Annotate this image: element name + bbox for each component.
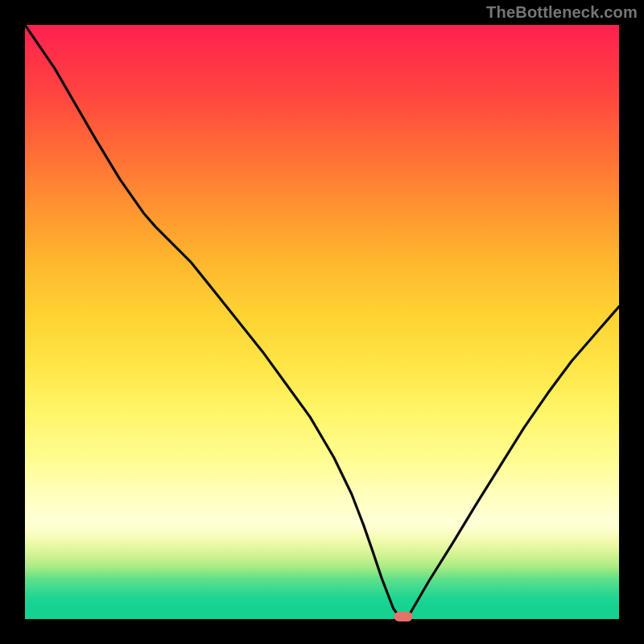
- bottleneck-curve: [25, 25, 619, 619]
- chart-outer: TheBottleneck.com: [0, 0, 644, 644]
- plot-area: [25, 25, 619, 619]
- curve-path: [25, 25, 619, 617]
- sweet-spot-marker: [394, 612, 413, 621]
- attribution-label: TheBottleneck.com: [486, 3, 638, 22]
